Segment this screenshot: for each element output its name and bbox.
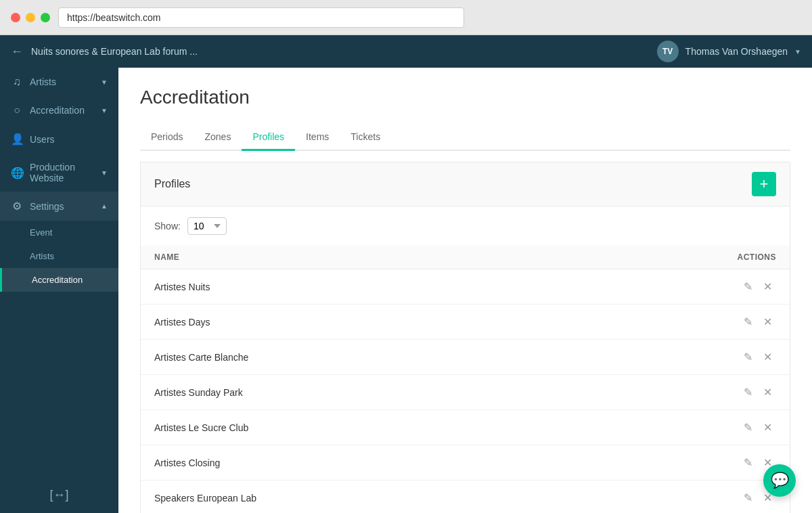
- expand-icon[interactable]: [↔]: [49, 488, 68, 502]
- settings-icon: ⚙: [11, 200, 23, 213]
- page-title: Accreditation: [140, 87, 790, 108]
- sidebar-item-label: Accreditation: [30, 105, 94, 116]
- actions-cell: ✎ ✕: [570, 410, 790, 445]
- back-button[interactable]: ←: [11, 45, 23, 59]
- actions-cell: ✎ ✕: [570, 269, 790, 305]
- minimize-traffic-light[interactable]: [26, 13, 35, 22]
- table-row: Artistes Le Sucre Club ✎ ✕: [141, 410, 790, 445]
- user-name: Thomas Van Orshaegen: [685, 46, 788, 57]
- fullscreen-traffic-light[interactable]: [41, 13, 50, 22]
- tab-items[interactable]: Items: [295, 125, 340, 151]
- tab-zones[interactable]: Zones: [194, 125, 242, 151]
- artists-icon: ♫: [11, 76, 23, 88]
- table-row: Artistes Days ✎ ✕: [141, 305, 790, 340]
- edit-button[interactable]: ✎: [740, 384, 757, 400]
- edit-button[interactable]: ✎: [740, 279, 757, 294]
- actions-cell: ✎ ✕: [570, 445, 790, 481]
- chevron-icon: ▼: [101, 79, 108, 86]
- sidebar-expand[interactable]: [↔]: [0, 477, 118, 513]
- tab-tickets[interactable]: Tickets: [340, 125, 391, 151]
- edit-button[interactable]: ✎: [740, 420, 757, 435]
- sidebar-item-settings[interactable]: ⚙ Settings ▲: [0, 192, 118, 221]
- url-bar[interactable]: https://beatswitch.com: [58, 7, 464, 28]
- actions-cell: ✎ ✕: [570, 375, 790, 410]
- top-nav: ← Nuits sonores & European Lab forum ...…: [0, 35, 812, 68]
- sidebar-item-label: Production Website: [30, 162, 94, 183]
- table-row: Artistes Sunday Park ✎ ✕: [141, 375, 790, 410]
- sidebar-item-users[interactable]: 👤 Users: [0, 125, 118, 154]
- browser-chrome: https://beatswitch.com: [0, 0, 812, 35]
- table-row: Artistes Carte Blanche ✎ ✕: [141, 340, 790, 375]
- profiles-table: NAME ACTIONS Artistes Nuits ✎ ✕ Artistes…: [141, 246, 790, 513]
- profile-name: Artistes Le Sucre Club: [141, 410, 570, 445]
- tab-profiles[interactable]: Profiles: [242, 125, 295, 151]
- profile-name: Speakers European Lab: [141, 481, 570, 514]
- production-website-icon: 🌐: [11, 166, 23, 179]
- close-traffic-light[interactable]: [11, 13, 20, 22]
- traffic-lights: [11, 13, 50, 22]
- sidebar-item-label: Artists: [30, 76, 94, 87]
- sidebar-item-label: Users: [30, 134, 108, 145]
- accreditation-icon: ○: [11, 104, 23, 116]
- actions-cell: ✎ ✕: [570, 340, 790, 375]
- delete-button[interactable]: ✕: [759, 420, 776, 435]
- sidebar-item-accreditation[interactable]: ○ Accreditation ▼: [0, 96, 118, 125]
- profile-name: Artistes Sunday Park: [141, 375, 570, 410]
- tab-periods[interactable]: Periods: [140, 125, 194, 151]
- delete-button[interactable]: ✕: [759, 314, 776, 330]
- profile-name: Artistes Days: [141, 305, 570, 340]
- chevron-icon: ▲: [101, 202, 108, 210]
- show-label: Show:: [154, 221, 181, 231]
- sidebar-sub-item-accreditation[interactable]: Accreditation: [0, 268, 118, 292]
- profile-name: Artistes Nuits: [141, 269, 570, 305]
- table-title: Profiles: [154, 178, 190, 190]
- table-row: Speakers European Lab ✎ ✕: [141, 481, 790, 514]
- table-header: Profiles +: [141, 162, 790, 206]
- sidebar-sub-item-artists[interactable]: Artists: [0, 244, 118, 268]
- actions-cell: ✎ ✕: [570, 305, 790, 340]
- show-select[interactable]: 10 25 50 100: [187, 217, 227, 235]
- delete-button[interactable]: ✕: [759, 384, 776, 400]
- profile-name: Artistes Closing: [141, 445, 570, 481]
- sidebar: ♫ Artists ▼ ○ Accreditation ▼ 👤 Users 🌐 …: [0, 68, 118, 513]
- profile-name: Artistes Carte Blanche: [141, 340, 570, 375]
- chat-icon: 💬: [771, 472, 789, 489]
- event-title: Nuits sonores & European Lab forum ...: [31, 46, 198, 57]
- edit-button[interactable]: ✎: [740, 349, 757, 365]
- actions-column-header: ACTIONS: [570, 246, 790, 269]
- chevron-icon: ▼: [101, 107, 108, 114]
- avatar: TV: [657, 41, 679, 62]
- sidebar-item-production-website[interactable]: 🌐 Production Website ▼: [0, 154, 118, 192]
- sidebar-item-label: Settings: [30, 201, 94, 212]
- add-profile-button[interactable]: +: [752, 172, 776, 196]
- edit-button[interactable]: ✎: [740, 314, 757, 330]
- table-row: Artistes Nuits ✎ ✕: [141, 269, 790, 305]
- sidebar-sub-item-event[interactable]: Event: [0, 221, 118, 244]
- show-row: Show: 10 25 50 100: [141, 206, 790, 246]
- tabs: Periods Zones Profiles Items Tickets: [140, 125, 790, 151]
- delete-button[interactable]: ✕: [759, 349, 776, 365]
- actions-cell: ✎ ✕: [570, 481, 790, 514]
- edit-button[interactable]: ✎: [740, 490, 757, 506]
- users-icon: 👤: [11, 133, 23, 146]
- table-row: Artistes Closing ✎ ✕: [141, 445, 790, 481]
- name-column-header: NAME: [141, 246, 570, 269]
- edit-button[interactable]: ✎: [740, 455, 757, 470]
- profiles-table-section: Profiles + Show: 10 25 50 100: [140, 162, 790, 513]
- delete-button[interactable]: ✕: [759, 279, 776, 294]
- sidebar-item-artists[interactable]: ♫ Artists ▼: [0, 68, 118, 96]
- main-content: Accreditation Periods Zones Profiles Ite…: [118, 68, 812, 513]
- chevron-down-icon[interactable]: ▼: [794, 48, 801, 55]
- chevron-icon: ▼: [101, 169, 108, 177]
- chat-widget[interactable]: 💬: [763, 464, 796, 497]
